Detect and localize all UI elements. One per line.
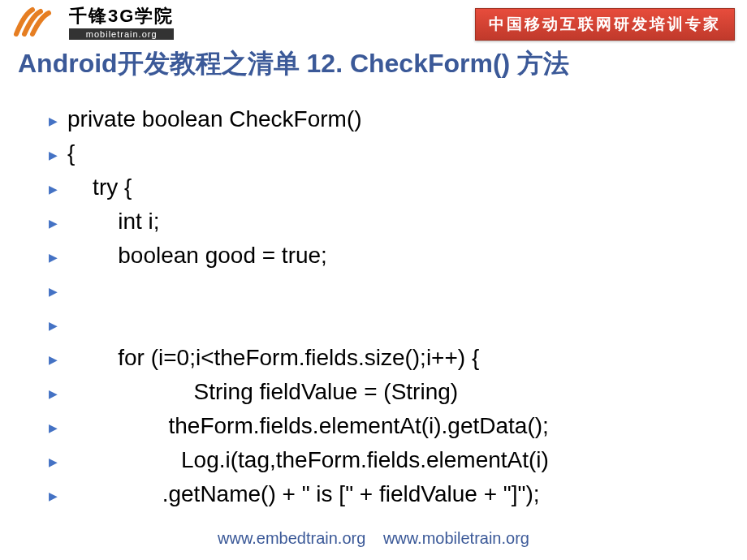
bullet-icon: ▶ [49,489,58,502]
code-line: ▶ for (i=0;i<theForm.fields.size();i++) … [49,345,715,376]
brand-text: 千锋3G学院 mobiletrain.org [69,4,174,40]
bullet-icon: ▶ [49,114,58,127]
bullet-icon: ▶ [49,353,58,366]
logo-icon [12,6,61,38]
bullet-icon: ▶ [49,319,58,332]
code-line: ▶ boolean good = true; [49,243,715,274]
code-text: private boolean CheckForm() [67,106,362,132]
page-title: Android开发教程之清单 12. CheckForm() 方法 [0,40,747,98]
footer: www.embedtrain.org www.mobiletrain.org [0,529,747,548]
code-text: int i; [67,209,160,235]
code-line: ▶ try { [49,174,715,205]
bullet-icon: ▶ [49,285,58,298]
code-line: ▶ Log.i(tag,theForm.fields.elementAt(i) [49,447,715,478]
code-text: { [67,140,75,166]
bullet-icon: ▶ [49,217,58,230]
code-text: try { [67,174,132,200]
bullet-icon: ▶ [49,183,58,196]
footer-link-2: www.mobiletrain.org [383,529,529,547]
code-text: for (i=0;i<theForm.fields.size();i++) { [67,345,479,371]
bullet-icon: ▶ [49,387,58,400]
code-line: ▶ [49,277,715,308]
bullet-icon: ▶ [49,149,58,162]
code-line: ▶ { [49,140,715,171]
code-line: ▶ String fieldValue = (String) [49,379,715,410]
banner: 中国移动互联网研发培训专家 [475,8,735,41]
code-text: Log.i(tag,theForm.fields.elementAt(i) [67,447,549,473]
code-line: ▶ theForm.fields.elementAt(i).getData(); [49,413,715,444]
brand-sub: mobiletrain.org [69,28,174,40]
code-content: ▶ private boolean CheckForm() ▶ { ▶ try … [0,98,747,512]
bullet-icon: ▶ [49,421,58,434]
code-line: ▶ .getName() + " is [" + fieldValue + "]… [49,481,715,512]
bullet-icon: ▶ [49,455,58,468]
footer-link-1: www.embedtrain.org [218,529,365,547]
code-line: ▶ [49,311,715,342]
logo-area: 千锋3G学院 mobiletrain.org [12,4,174,40]
brand-main: 千锋3G学院 [69,4,174,28]
code-line: ▶ private boolean CheckForm() [49,106,715,137]
bullet-icon: ▶ [49,251,58,264]
header: 千锋3G学院 mobiletrain.org 中国移动互联网研发培训专家 [0,0,747,40]
code-text: theForm.fields.elementAt(i).getData(); [67,413,549,439]
code-text: .getName() + " is [" + fieldValue + "]")… [67,481,540,507]
code-text: String fieldValue = (String) [67,379,458,405]
code-text: boolean good = true; [67,243,327,269]
code-line: ▶ int i; [49,209,715,239]
